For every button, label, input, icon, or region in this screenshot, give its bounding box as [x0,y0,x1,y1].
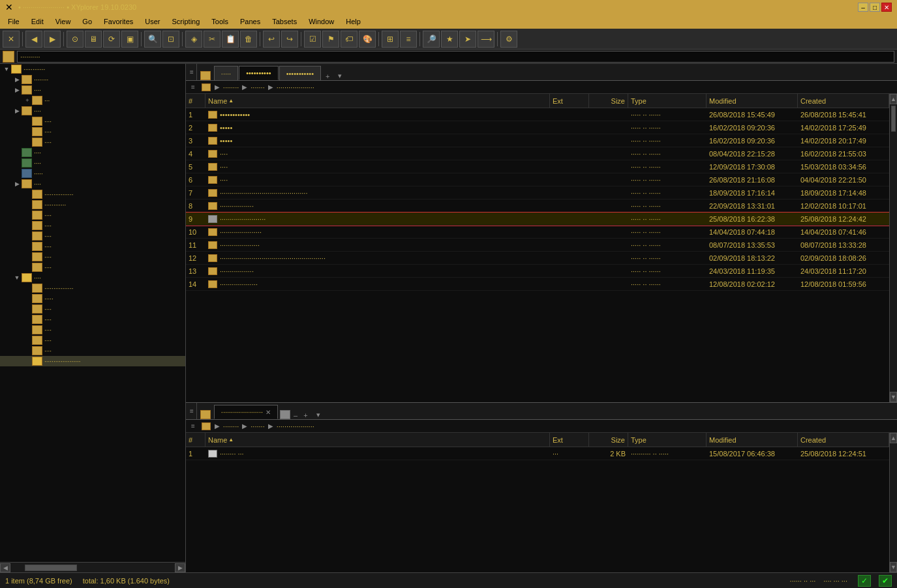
tree-item[interactable]: ····· [0,293,185,304]
expand-icon[interactable] [23,347,31,355]
expand-icon[interactable] [23,117,31,125]
tb-arrow-btn[interactable]: ➤ [459,31,476,48]
menu-panes[interactable]: Panes [235,16,266,27]
tree-item[interactable]: + ··· [0,95,185,106]
expand-icon[interactable] [23,253,31,261]
bottom-col-header-modified[interactable]: Modified [707,433,798,447]
tb-back-btn[interactable]: ◀ [25,31,42,48]
table-row[interactable]: 12 ·····································… [186,252,889,265]
maximize-button[interactable]: □ [870,3,880,12]
table-row[interactable]: 10 ····················· ····· ·· ······… [186,226,889,239]
status-green-btn[interactable]: ✓ [858,575,871,587]
tree-item[interactable]: ▶ ···· [0,85,185,95]
expand-icon[interactable] [23,201,31,209]
table-row[interactable]: 3 ••••• ····· ·· ······ 16/02/2018 09:20… [186,134,889,147]
tree-item[interactable]: ▶ ···· [0,179,185,189]
menu-help[interactable]: Help [341,16,366,27]
tb-find-btn[interactable]: 🔎 [423,31,440,48]
tree-item[interactable]: ···· [0,262,185,272]
tree-item[interactable]: ···· [0,345,185,356]
tree-item[interactable]: ···· [0,126,185,137]
bottom-col-header-created[interactable]: Created [798,433,889,447]
bottom-tab-dropdown-btn[interactable]: ▾ [312,411,324,419]
tree-item[interactable]: ···· [0,241,185,252]
tb-paste-btn[interactable]: 📋 [222,31,239,48]
col-header-name[interactable]: Name ▲ [205,94,550,108]
tb-home-btn[interactable]: ⊙ [67,31,84,48]
bottom-col-header-ext[interactable]: Ext [550,433,589,447]
address-input[interactable] [17,51,894,63]
expand-icon[interactable]: ▶ [13,76,21,83]
top-tab-1[interactable]: ····· [214,66,238,80]
expand-icon[interactable] [23,336,31,344]
menu-favorites[interactable]: Favorites [99,16,138,27]
hscroll-thumb[interactable] [25,565,77,571]
scroll-down-btn[interactable]: ▼ [890,392,897,402]
expand-icon[interactable] [23,316,31,323]
tree-item[interactable]: ▼ ············ [0,64,185,74]
tree-item[interactable]: ············ [0,199,185,210]
tree-item[interactable]: ···· [0,137,185,147]
table-row[interactable]: 2 ••••• ····· ·· ······ 16/02/2018 09:20… [186,121,889,134]
tab-dropdown-btn[interactable]: ▾ [334,72,346,80]
expand-icon[interactable] [23,232,31,240]
table-row[interactable]: 6 ···· ····· ·· ······ 26/08/2018 21:16:… [186,173,889,186]
expand-icon[interactable] [23,138,31,146]
tb-cut-btn[interactable]: ✂ [204,31,220,48]
sidebar-hscroll[interactable]: ◀ ▶ [0,562,185,572]
tb-copy-btn[interactable]: ◈ [185,31,202,48]
scroll-right-btn[interactable]: ▶ [175,563,185,572]
table-row[interactable]: 1 •••••••••••• ····· ·· ······ 26/08/201… [186,108,889,121]
expand-icon[interactable]: + [23,96,31,104]
menu-view[interactable]: View [50,16,76,27]
tb-settings-btn[interactable]: ⚙ [500,31,517,48]
tree-item[interactable]: ···· [0,314,185,325]
tb-computer-btn[interactable]: 🖥 [85,31,102,48]
tb-search-btn[interactable]: 🔍 [144,31,161,48]
tb-color-btn[interactable]: 🎨 [359,31,376,48]
bottom-scroll-down-btn[interactable]: ▼ [890,562,897,572]
tree-item[interactable]: ▶ ···· [0,106,185,116]
tree-item[interactable]: ···· [0,147,185,158]
expand-icon[interactable] [23,357,31,365]
tree-item[interactable]: ····· [0,168,185,179]
tb-star-btn[interactable]: ★ [441,31,458,48]
tree-item[interactable]: ···· [0,158,185,168]
status-check2-btn[interactable]: ✔ [879,575,892,587]
tree-item[interactable]: ···· [0,210,185,220]
col-header-num[interactable]: # [186,94,205,108]
tb-close-btn[interactable]: ✕ [3,31,20,48]
expand-icon[interactable] [23,263,31,271]
tree-item[interactable]: ···· [0,335,185,345]
tree-item[interactable]: ···· [0,252,185,262]
tree-item[interactable]: ················ [0,283,185,293]
top-file-list[interactable]: # Name ▲ Ext Size Type Modified Created … [186,94,889,402]
menu-file[interactable]: File [3,16,25,27]
tb-dual-btn[interactable]: ▣ [121,31,138,48]
menu-tabsets[interactable]: Tabsets [267,16,302,27]
bottom-file-list[interactable]: # Name ▲ Ext Size Type Modified Created … [186,433,889,572]
bottom-scroll-up-btn[interactable]: ▲ [890,433,897,443]
expand-icon[interactable]: ▼ [3,65,10,73]
bottom-bc-menu-btn[interactable]: ≡ [189,422,198,430]
expand-icon[interactable] [23,222,31,229]
tree-item[interactable]: ▼ ···· [0,272,185,283]
tab-close-icon[interactable]: ✕ [266,409,271,416]
top-tab-2[interactable]: •••••••••• [239,66,279,80]
tree-item[interactable]: ▶ ········ [0,74,185,85]
expand-icon[interactable] [23,128,31,136]
bottom-add-tab-btn[interactable]: + [299,411,311,419]
tb-tag-btn[interactable]: 🏷 [341,31,357,48]
tree-item[interactable]: ···· [0,325,185,335]
col-header-modified[interactable]: Modified [707,94,798,108]
add-tab-btn[interactable]: + [322,72,333,80]
expand-icon[interactable] [23,190,31,198]
scroll-up-btn[interactable]: ▲ [890,94,897,104]
tree-item[interactable]: ···· [0,220,185,231]
table-row[interactable]: 8 ················· ····· ·· ······ 22/0… [186,199,889,213]
expand-icon[interactable]: ▶ [13,180,21,188]
table-row[interactable]: 11 ···················· ····· ·· ······ … [186,239,889,252]
menu-scripting[interactable]: Scripting [167,16,205,27]
expand-icon[interactable] [23,284,31,292]
bottom-tab-1[interactable]: ····················· ✕ [214,405,278,419]
